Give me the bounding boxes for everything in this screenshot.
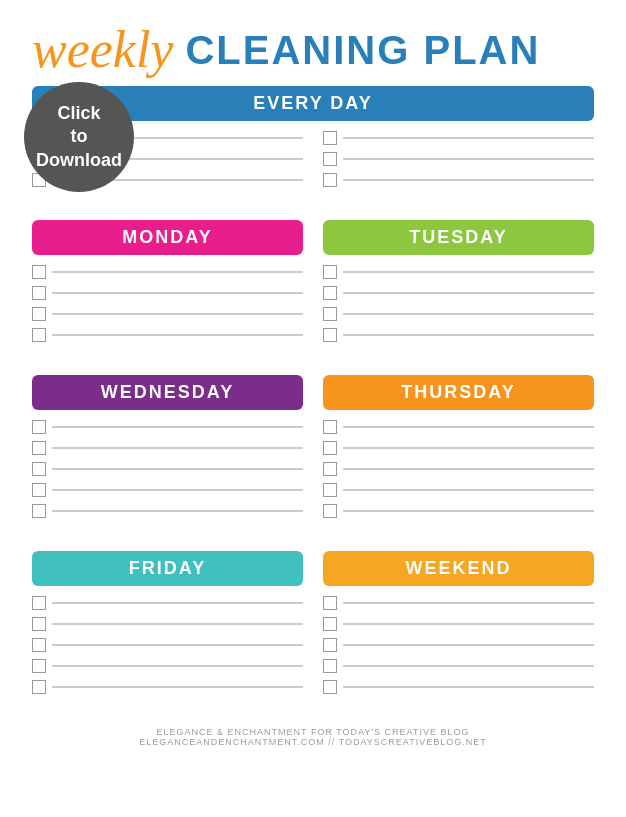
tuesday-bar: TUESDAY — [323, 220, 594, 255]
list-item — [323, 483, 594, 497]
checkbox[interactable] — [323, 462, 337, 476]
checkbox[interactable] — [323, 659, 337, 673]
checkbox[interactable] — [32, 659, 46, 673]
checkbox[interactable] — [323, 131, 337, 145]
checkbox[interactable] — [323, 504, 337, 518]
every-day-checklist-right — [323, 127, 594, 198]
monday-section: MONDAY — [32, 220, 303, 363]
checkbox[interactable] — [32, 328, 46, 342]
monday-checklist — [32, 261, 303, 353]
checkbox[interactable] — [32, 504, 46, 518]
line — [343, 489, 594, 491]
line — [52, 510, 303, 512]
line — [52, 665, 303, 667]
line — [343, 158, 594, 160]
line — [343, 137, 594, 139]
list-item — [323, 265, 594, 279]
checkbox[interactable] — [323, 286, 337, 300]
line — [343, 292, 594, 294]
tuesday-section: TUESDAY — [323, 220, 594, 363]
list-item — [32, 462, 303, 476]
every-day-col-right — [323, 127, 594, 208]
checkbox[interactable] — [32, 441, 46, 455]
list-item — [32, 420, 303, 434]
line — [343, 644, 594, 646]
line — [343, 334, 594, 336]
line — [52, 686, 303, 688]
line — [52, 602, 303, 604]
checkbox[interactable] — [323, 152, 337, 166]
checkbox[interactable] — [32, 638, 46, 652]
list-item — [323, 617, 594, 631]
list-item — [323, 504, 594, 518]
wednesday-thursday-row: WEDNESDAY THURSDAY — [32, 375, 594, 539]
checkbox[interactable] — [32, 617, 46, 631]
page: weekly CLEANING PLAN Click to Download E… — [0, 0, 626, 817]
thursday-section: THURSDAY — [323, 375, 594, 539]
footer-line2: eleganceandenchantment.com // todayscrea… — [32, 737, 594, 747]
friday-bar: FRIDAY — [32, 551, 303, 586]
thursday-bar: THURSDAY — [323, 375, 594, 410]
thursday-checklist — [323, 416, 594, 529]
monday-tuesday-row: MONDAY TUESDAY — [32, 220, 594, 363]
header: weekly CLEANING PLAN — [32, 24, 594, 76]
list-item — [32, 638, 303, 652]
download-line3: Download — [36, 149, 122, 172]
list-item — [32, 680, 303, 694]
list-item — [32, 307, 303, 321]
line — [343, 468, 594, 470]
list-item — [32, 483, 303, 497]
weekly-label: weekly — [32, 24, 173, 76]
weekend-checklist — [323, 592, 594, 705]
list-item — [323, 659, 594, 673]
list-item — [32, 617, 303, 631]
line — [52, 292, 303, 294]
list-item — [323, 596, 594, 610]
wednesday-checklist — [32, 416, 303, 529]
line — [343, 313, 594, 315]
checkbox[interactable] — [32, 286, 46, 300]
checkbox[interactable] — [323, 173, 337, 187]
line — [52, 489, 303, 491]
list-item — [32, 504, 303, 518]
line — [343, 602, 594, 604]
line — [52, 334, 303, 336]
list-item — [323, 420, 594, 434]
download-button[interactable]: Click to Download — [24, 82, 134, 192]
checkbox[interactable] — [323, 265, 337, 279]
monday-bar: MONDAY — [32, 220, 303, 255]
checkbox[interactable] — [323, 307, 337, 321]
checkbox[interactable] — [32, 462, 46, 476]
checkbox[interactable] — [323, 483, 337, 497]
list-item — [32, 441, 303, 455]
line — [343, 271, 594, 273]
checkbox[interactable] — [323, 617, 337, 631]
checkbox[interactable] — [323, 328, 337, 342]
checkbox[interactable] — [32, 680, 46, 694]
checkbox[interactable] — [323, 638, 337, 652]
friday-weekend-row: FRIDAY WEEKEND — [32, 551, 594, 715]
checkbox[interactable] — [32, 265, 46, 279]
list-item — [323, 131, 594, 145]
checkbox[interactable] — [323, 441, 337, 455]
checkbox[interactable] — [323, 596, 337, 610]
list-item — [323, 638, 594, 652]
cleaning-plan-label: CLEANING PLAN — [185, 30, 540, 70]
list-item — [323, 462, 594, 476]
checkbox[interactable] — [32, 420, 46, 434]
line — [52, 313, 303, 315]
checkbox[interactable] — [32, 596, 46, 610]
weekend-bar: WEEKEND — [323, 551, 594, 586]
line — [52, 426, 303, 428]
list-item — [323, 328, 594, 342]
weekend-section: WEEKEND — [323, 551, 594, 715]
line — [343, 426, 594, 428]
wednesday-section: WEDNESDAY — [32, 375, 303, 539]
line — [343, 623, 594, 625]
checkbox[interactable] — [323, 680, 337, 694]
checkbox[interactable] — [323, 420, 337, 434]
checkbox[interactable] — [32, 483, 46, 497]
download-line1: Click — [57, 102, 100, 125]
list-item — [323, 680, 594, 694]
checkbox[interactable] — [32, 307, 46, 321]
